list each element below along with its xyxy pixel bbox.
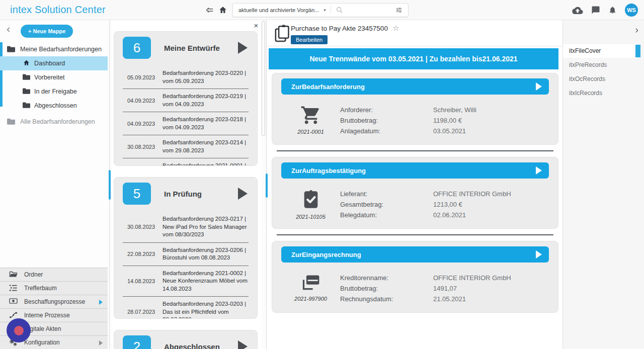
edit-button[interactable]: Bearbeiten [291,35,328,44]
record-dot-icon [14,326,24,335]
document-id: 2021-10105 [281,214,340,220]
new-folder-button[interactable]: + Neue Mappe [21,25,73,38]
item-date: 04.09.2023 [127,121,157,127]
sidebar-item-alle-bedarfsanforderungen[interactable]: Alle Bedarfsanforderungen [0,115,108,129]
list-item[interactable]: 14.08.2023 Bedarfsanforderung 2021-0002 … [123,266,249,297]
card-title: Meine Entwürfe [151,44,238,52]
invoice-icon [281,273,340,293]
sidebar-item-label: Meine Bedarfsanforderungen [20,46,102,53]
section-divider [277,150,553,151]
play-arrow-icon[interactable] [238,340,248,349]
section-divider [277,234,553,235]
record-type-tabs: itxFileCover itxPreRecords itxOcRecords … [563,44,644,100]
list-item[interactable]: 04.09.2023 Bedarfsanforderung 2023-0219 … [123,89,249,112]
list-item[interactable]: 04.09.2023 Bedarfsanforderung 2023-0218 … [123,112,249,135]
scrollbar-thumb[interactable] [109,170,111,200]
card-title: In Prüfung [151,190,238,198]
sidebar-item-label: Vorbereitet [34,74,64,81]
sidebar-item-in-der-freigabe[interactable]: In der Freigabe [0,84,108,99]
section-eingangsrechnung: ZurEingangsrechnung 2021-997900 Kreditor… [272,241,558,313]
tab-itxicrecords[interactable]: itxIcRecords [563,86,644,100]
menu-label: Ordner [24,271,43,278]
item-date: 14.08.2023 [127,278,157,284]
field-label: Anlagedatum: [340,126,433,136]
field-label: Bruttobetrag: [340,115,433,126]
scrollbar-thumb[interactable] [262,21,265,136]
close-icon[interactable]: × [252,21,261,30]
filter-sliders-icon[interactable] [395,6,403,14]
tab-itxfilecover[interactable]: itxFileCover [563,44,635,58]
document-thumbnail[interactable]: 2021-997900 [281,273,340,304]
play-arrow-icon[interactable] [238,42,248,54]
star-icon[interactable]: ☆ [392,24,399,32]
tab-itxprerecords[interactable]: itxPreRecords [563,58,644,72]
record-header: Purchase to Pay Akte 23457500☆ Bearbeite… [268,20,562,46]
list-item[interactable]: 26.07.2023 Bedarfsanforderung 2021-0001 … [123,158,249,166]
sidebar-item-abgeschlossen[interactable]: Abgeschlossen [0,99,108,113]
item-date: 22.08.2023 [127,251,157,257]
chat-icon[interactable] [591,6,600,15]
home-icon[interactable] [218,6,227,15]
search-icon[interactable] [336,6,344,14]
item-text: Bedarfsanforderung 2023-0203 | Das ist e… [163,300,249,319]
floating-action-button[interactable] [7,318,31,342]
chevron-right-icon[interactable] [633,27,640,34]
list-item[interactable]: 22.08.2023 Bedarfsanforderung 2023-0206 … [123,243,249,266]
avatar[interactable]: WS [625,4,638,17]
field-label: Lieferant: [340,189,433,199]
chevron-down-icon[interactable]: ▾ [324,8,326,13]
list-item[interactable]: 28.07.2023 Bedarfsanforderung 2023-0203 … [123,297,249,319]
section-auftragsbestaetigung: ZurAuftragsbestätigung 2021-10105 Liefer… [272,157,558,229]
clipboard-check-icon [281,189,340,211]
field-value: 1198,00 € [433,115,549,126]
sidebar-item-beschaffungsprozesse[interactable]: Beschaffungsprozesse [0,295,108,308]
tab-itxocrecords[interactable]: itxOcRecords [563,72,644,86]
field-label: Rechnungsdatum: [340,294,433,304]
play-arrow-icon [536,82,542,91]
folder-icon [23,88,30,94]
list-item[interactable]: 05.09.2023 Bedarfsanforderung 2023-0220 … [123,66,249,89]
search-scope-dropdown[interactable]: aktuelle und archivierte Vorgän... [233,7,319,13]
field-value: 03.05.2021 [433,126,549,136]
document-thumbnail[interactable]: 2021-10105 [281,189,340,220]
sidebar-scrollbar[interactable] [108,20,112,349]
sidebar-item-trefferbaum[interactable]: Trefferbaum [0,281,108,295]
play-arrow-icon [536,250,542,258]
folder-open-icon [9,271,18,278]
card-item-list: 30.08.2023 Bedarfsanforderung 2023-0217 … [123,212,249,319]
document-thumbnail[interactable]: 2021-0001 [281,105,340,136]
play-arrow-icon[interactable] [238,188,248,200]
collapse-panel-icon[interactable] [205,6,214,15]
item-date: 30.08.2023 [127,144,157,150]
cart-icon [281,105,340,126]
folder-icon [23,73,30,80]
bell-icon[interactable] [608,6,617,15]
goto-eingangsrechnung-button[interactable]: ZurEingangsrechnung [281,246,549,263]
sidebar-item-dashboard[interactable]: Dashboard [0,56,108,70]
record-banner: Neue Trennwände vom 03.05.2021 | Zu beza… [269,48,558,69]
goto-auftragsbestaetigung-button[interactable]: ZurAuftragsbestätigung [281,162,549,179]
button-label: ZurBedarfsanforderung [291,83,365,91]
list-item[interactable]: 30.08.2023 Bedarfsanforderung 2023-0214 … [123,135,249,158]
folder-icon [7,118,15,125]
field-value: Schreiber, Willi [433,105,549,115]
panel-scrollbar[interactable] [262,20,268,349]
dashboard-card-in-pruefung: 5 In Prüfung 30.08.2023 Bedarfsanforderu… [114,177,258,319]
dashboard-card-meine-entwuerfe: 6 Meine Entwürfe 05.09.2023 Bedarfsanfor… [114,31,258,166]
list-item[interactable]: 30.08.2023 Bedarfsanforderung 2023-0217 … [123,212,249,243]
cloud-upload-icon[interactable] [572,6,583,14]
button-label: ZurEingangsrechnung [291,251,361,258]
goto-bedarfsanforderung-button[interactable]: ZurBedarfsanforderung [281,78,549,95]
record-title: Purchase to Pay Akte 23457500 [291,25,388,32]
item-date: 30.08.2023 [127,224,157,230]
sidebar-item-meine-bedarfsanforderungen[interactable]: Meine Bedarfsanforderungen [0,42,108,56]
folder-icon [7,45,15,52]
chevron-left-icon[interactable] [5,26,12,33]
left-sidebar: + Neue Mappe Meine Bedarfsanforderungen … [0,20,108,349]
tree-list-icon [9,284,18,292]
field-label: Belegdatum: [340,210,433,220]
sidebar-item-vorbereitet[interactable]: Vorbereitet [0,70,108,84]
sidebar-item-ordner[interactable]: Ordner [0,268,108,281]
card-title: Abgeschlossen [151,342,238,349]
field-value: OFFICE INTERIOR GmbH [433,273,549,283]
